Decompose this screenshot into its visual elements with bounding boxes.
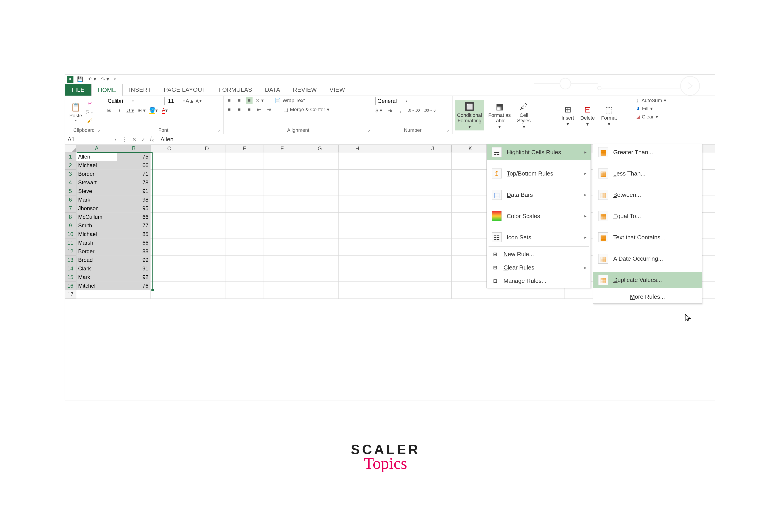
italic-button[interactable]: I	[116, 107, 123, 114]
cell-B9[interactable]: 77	[117, 221, 150, 230]
menu-greater-than[interactable]: ▦ Greater Than...	[593, 144, 702, 160]
cell-C7[interactable]	[150, 204, 188, 213]
cell-G14[interactable]	[301, 264, 339, 273]
cell-E3[interactable]	[226, 170, 264, 178]
format-as-table-button[interactable]: ▦ Format as Table ▾	[486, 100, 513, 130]
formula-more-icon[interactable]: ⋮	[122, 136, 127, 143]
cell-K16[interactable]	[452, 282, 489, 290]
cell-G15[interactable]	[301, 273, 339, 282]
row-header-12[interactable]: 12	[65, 247, 76, 256]
conditional-formatting-button[interactable]: 🔲 Conditional Formatting ▾	[455, 100, 484, 130]
row-header-8[interactable]: 8	[65, 213, 76, 221]
cell-H8[interactable]	[339, 213, 376, 221]
cell-C6[interactable]	[150, 195, 188, 204]
align-bottom-icon[interactable]: ≡	[246, 97, 253, 104]
cell-styles-button[interactable]: 🖊 Cell Styles ▾	[515, 100, 533, 130]
cell-F6[interactable]	[264, 195, 301, 204]
row-header-9[interactable]: 9	[65, 221, 76, 230]
tab-review[interactable]: REVIEW	[287, 84, 323, 96]
cell-F12[interactable]	[264, 247, 301, 256]
cell-J1[interactable]	[414, 152, 452, 161]
cell-G8[interactable]	[301, 213, 339, 221]
cell-K10[interactable]	[452, 230, 489, 238]
row-header-3[interactable]: 3	[65, 170, 76, 178]
cell-H17[interactable]	[339, 290, 376, 299]
cell-D3[interactable]	[188, 170, 226, 178]
cell-K8[interactable]	[452, 213, 489, 221]
increase-font-icon[interactable]: A▲	[185, 98, 194, 104]
cell-H3[interactable]	[339, 170, 376, 178]
row-header-16[interactable]: 16	[65, 282, 76, 290]
cell-B17[interactable]	[117, 290, 150, 299]
increase-decimal-icon[interactable]: .0→.00	[408, 107, 420, 114]
cell-I5[interactable]	[376, 187, 414, 195]
cell-J9[interactable]	[414, 221, 452, 230]
cell-D8[interactable]	[188, 213, 226, 221]
cell-E11[interactable]	[226, 238, 264, 247]
cell-H14[interactable]	[339, 264, 376, 273]
cell-B14[interactable]: 91	[117, 264, 150, 273]
enter-formula-icon[interactable]: ✓	[141, 136, 145, 143]
cell-G6[interactable]	[301, 195, 339, 204]
cell-K14[interactable]	[452, 264, 489, 273]
cell-I3[interactable]	[376, 170, 414, 178]
percent-format-icon[interactable]: %	[386, 107, 393, 114]
clipboard-launcher-icon[interactable]: ⤢	[97, 129, 100, 133]
cell-I9[interactable]	[376, 221, 414, 230]
cell-A4[interactable]: Stewart	[76, 178, 117, 187]
insert-function-icon[interactable]: fx	[150, 136, 154, 143]
cell-F8[interactable]	[264, 213, 301, 221]
cell-K4[interactable]	[452, 178, 489, 187]
menu-new-rule[interactable]: ⊞ New Rule...	[487, 248, 591, 261]
menu-date-occurring[interactable]: ▦ A Date Occurring...	[593, 250, 702, 267]
delete-cells-button[interactable]: ⊟Delete ▾	[578, 103, 597, 128]
cell-C9[interactable]	[150, 221, 188, 230]
cell-K12[interactable]	[452, 247, 489, 256]
cell-G1[interactable]	[301, 152, 339, 161]
number-launcher-icon[interactable]: ⤢	[447, 129, 449, 133]
cell-E14[interactable]	[226, 264, 264, 273]
menu-icon-sets[interactable]: ☷ Icon Sets ▸	[487, 229, 591, 246]
cell-B12[interactable]: 88	[117, 247, 150, 256]
cell-F13[interactable]	[264, 256, 301, 264]
cell-H9[interactable]	[339, 221, 376, 230]
cell-E5[interactable]	[226, 187, 264, 195]
cell-I10[interactable]	[376, 230, 414, 238]
cut-icon[interactable]: ✂	[86, 100, 93, 107]
menu-text-contains[interactable]: ▦ Text that Contains...	[593, 229, 702, 246]
menu-clear-rules[interactable]: ⊟ Clear Rules ▸	[487, 261, 591, 274]
comma-format-icon[interactable]: ,	[397, 107, 404, 114]
cell-J3[interactable]	[414, 170, 452, 178]
align-top-icon[interactable]: ≡	[226, 97, 233, 104]
cell-C10[interactable]	[150, 230, 188, 238]
tab-formulas[interactable]: FORMULAS	[212, 84, 259, 96]
number-format-select[interactable]: General▾	[375, 97, 448, 105]
cell-A8[interactable]: McCullum	[76, 213, 117, 221]
cell-G10[interactable]	[301, 230, 339, 238]
row-header-6[interactable]: 6	[65, 195, 76, 204]
cell-K11[interactable]	[452, 238, 489, 247]
cell-B8[interactable]: 66	[117, 213, 150, 221]
cell-I15[interactable]	[376, 273, 414, 282]
cell-A13[interactable]: Broad	[76, 256, 117, 264]
cell-E17[interactable]	[226, 290, 264, 299]
cell-E15[interactable]	[226, 273, 264, 282]
decrease-decimal-icon[interactable]: .00→.0	[424, 107, 436, 114]
cell-F11[interactable]	[264, 238, 301, 247]
cell-D16[interactable]	[188, 282, 226, 290]
cell-I1[interactable]	[376, 152, 414, 161]
tab-page-layout[interactable]: PAGE LAYOUT	[157, 84, 212, 96]
orientation-icon[interactable]: ⤭ ▾	[256, 97, 264, 104]
cell-A17[interactable]	[76, 290, 117, 299]
cell-K2[interactable]	[452, 161, 489, 170]
bold-button[interactable]: B	[106, 107, 112, 114]
row-header-17[interactable]: 17	[65, 290, 76, 299]
cell-K15[interactable]	[452, 273, 489, 282]
customize-qat-icon[interactable]: ▾	[113, 77, 117, 81]
cell-K1[interactable]	[452, 152, 489, 161]
cell-B5[interactable]: 91	[117, 187, 150, 195]
underline-button[interactable]: U ▾	[126, 107, 134, 114]
cell-H13[interactable]	[339, 256, 376, 264]
cell-J15[interactable]	[414, 273, 452, 282]
cell-H7[interactable]	[339, 204, 376, 213]
